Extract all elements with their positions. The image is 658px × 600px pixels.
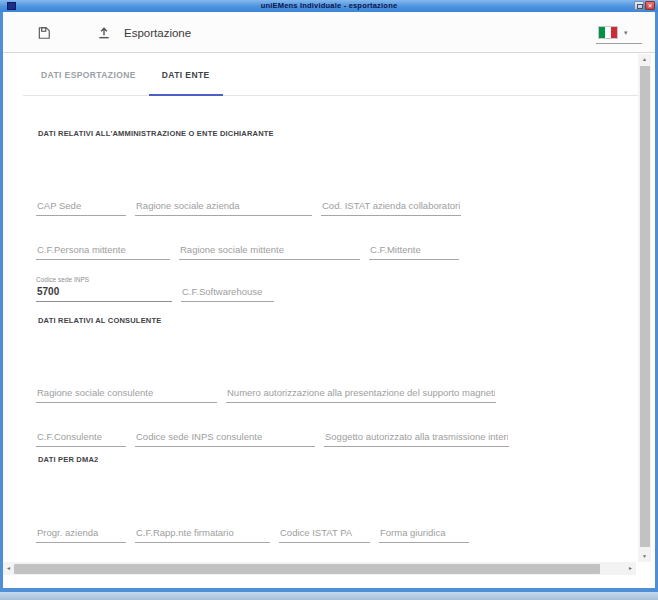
field-cf-consulente (36, 429, 126, 447)
cf-mittente-input[interactable] (369, 242, 459, 260)
desktop-background-strip (0, 592, 658, 600)
codice-sede-inps-label: Codice sede INPS (36, 276, 172, 283)
form-row (36, 385, 620, 403)
section-heading-dma2: DATI PER DMA2 (38, 455, 620, 464)
field-cf-rappnte-firmatario (135, 525, 270, 543)
codice-istat-pa-input[interactable] (279, 525, 370, 543)
form-row (36, 525, 620, 543)
tab-dati-esportazione[interactable]: DATI ESPORTAZIONE (28, 53, 149, 96)
field-forma-giuridica (379, 525, 469, 543)
field-ragione-sociale-azienda (135, 198, 312, 216)
horizontal-scrollbar-thumb[interactable] (14, 564, 600, 574)
cf-consulente-input[interactable] (36, 429, 126, 447)
ente-form: DATI RELATIVI ALL'AMMINISTRAZIONE O ENTE… (3, 129, 638, 543)
titlebar: uniEMens Individuale - esportazione ✕ (0, 0, 658, 12)
field-cf-softwarehouse (181, 276, 274, 302)
scroll-right-icon[interactable]: ► (625, 562, 636, 575)
cf-rappnte-firmatario-input[interactable] (135, 525, 270, 543)
chevron-down-icon: ▾ (624, 29, 628, 37)
field-codice-sede-inps: Codice sede INPS (36, 276, 172, 302)
tab-bar: DATI ESPORTAZIONE DATI ENTE (3, 53, 638, 96)
field-cap-sede (36, 198, 126, 216)
field-numero-autorizzazione (226, 385, 496, 403)
progr-azienda-input[interactable] (36, 525, 126, 543)
form-row (36, 429, 620, 447)
forma-giuridica-input[interactable] (379, 525, 469, 543)
field-cf-mittente (369, 242, 459, 260)
field-ragione-sociale-mittente (179, 242, 360, 260)
form-row: Codice sede INPS (36, 276, 620, 302)
numero-autorizzazione-input[interactable] (226, 385, 496, 403)
field-progr-azienda (36, 525, 126, 543)
content-area: DATI ESPORTAZIONE DATI ENTE DATI RELATIV… (3, 53, 638, 562)
ragione-sociale-consulente-input[interactable] (36, 385, 217, 403)
restore-button[interactable] (634, 1, 644, 10)
scroll-down-icon[interactable]: ▼ (638, 551, 651, 562)
toolbar: Esportazione ▾ (0, 12, 658, 53)
app-window: uniEMens Individuale - esportazione ✕ Es… (0, 0, 658, 592)
section-heading-consulente: DATI RELATIVI AL CONSULENTE (38, 316, 620, 325)
toolbar-title: Esportazione (124, 27, 191, 39)
italian-flag-icon (598, 26, 618, 39)
form-row (36, 198, 620, 216)
window-border-bottom (0, 588, 658, 592)
form-row (36, 242, 620, 260)
window-border-left (0, 12, 3, 592)
close-button[interactable]: ✕ (645, 1, 655, 10)
scroll-up-icon[interactable]: ▲ (638, 54, 651, 65)
language-select[interactable]: ▾ (596, 22, 642, 44)
field-cod-istat-azienda-collaboratori (321, 198, 461, 216)
vertical-scrollbar[interactable]: ▲ ▼ (638, 54, 651, 562)
section-heading-amministrazione: DATI RELATIVI ALL'AMMINISTRAZIONE O ENTE… (38, 129, 620, 138)
field-cf-persona-mittente (36, 242, 170, 260)
field-ragione-sociale-consulente (36, 385, 217, 403)
vertical-scrollbar-thumb[interactable] (640, 66, 650, 547)
codice-sede-inps-input[interactable] (36, 284, 172, 302)
tab-dati-ente[interactable]: DATI ENTE (149, 53, 223, 96)
field-codice-sede-inps-consulente (135, 429, 315, 447)
ragione-sociale-mittente-input[interactable] (179, 242, 360, 260)
export-upload-icon[interactable] (97, 26, 111, 40)
window-title: uniEMens Individuale - esportazione (0, 0, 658, 12)
cf-softwarehouse-input[interactable] (181, 284, 274, 302)
codice-sede-inps-consulente-input[interactable] (135, 429, 315, 447)
horizontal-scrollbar[interactable]: ◄ ► (3, 562, 636, 575)
field-soggetto-autorizzato (324, 429, 509, 447)
save-icon[interactable] (37, 26, 51, 40)
soggetto-autorizzato-input[interactable] (324, 429, 509, 447)
cap-sede-input[interactable] (36, 198, 126, 216)
field-codice-istat-pa (279, 525, 370, 543)
scroll-left-icon[interactable]: ◄ (3, 562, 14, 575)
ragione-sociale-azienda-input[interactable] (135, 198, 312, 216)
cod-istat-azienda-collaboratori-input[interactable] (321, 198, 461, 216)
cf-persona-mittente-input[interactable] (36, 242, 170, 260)
